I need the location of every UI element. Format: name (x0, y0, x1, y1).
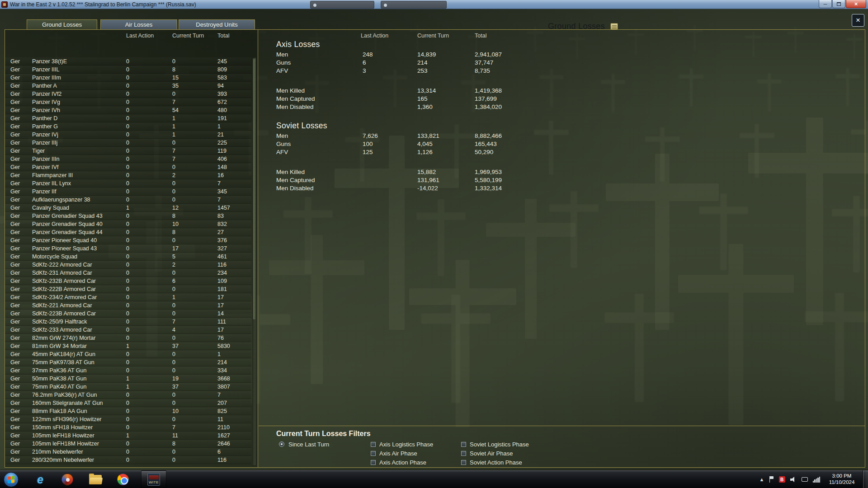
phase-checkbox-label: Soviet Air Phase (470, 450, 513, 457)
start-button[interactable] (4, 472, 19, 487)
cell: 7 (217, 180, 221, 187)
minimize-button[interactable]: ─ (819, 0, 832, 8)
cell: Ger (10, 229, 20, 235)
desktop: War in the East 2 v 1.02.52 *** Stalingr… (0, 0, 868, 488)
cell: 35 (172, 83, 179, 89)
cell: 280/320mm Nebelwerfer (32, 457, 94, 463)
display-settings-button[interactable] (802, 477, 808, 482)
cell: 0 (172, 457, 175, 463)
media-player-button[interactable] (59, 471, 75, 488)
cell: SdKfz-223B Armored Car (32, 310, 96, 317)
wite2-taskbar-button[interactable]: WITE (141, 470, 166, 488)
losses-row: Men Disabled-14,0221,332,314 (276, 184, 566, 192)
cell: 0 (126, 99, 129, 105)
phase-checkbox[interactable] (371, 460, 376, 465)
cell: Ger (10, 286, 20, 292)
cell: 116 (217, 457, 226, 463)
phase-checkbox[interactable] (371, 451, 376, 456)
cell: 7 (217, 392, 221, 398)
favicon-icon (384, 4, 387, 7)
table-row: Ger82mm GrW 274(r) Mortar0076 (5, 334, 251, 342)
table-row: GerSdKfz-250/9 Halftrack07111 (5, 318, 251, 326)
cell: 14,839 (417, 51, 436, 58)
cell: 672 (217, 99, 227, 105)
cell: Men Captured (276, 95, 315, 102)
panel-close-button[interactable]: × (852, 14, 864, 27)
cell: 1 (126, 205, 129, 211)
cell: 2110 (217, 424, 230, 431)
cell: 0 (126, 359, 129, 366)
cell: 0 (172, 270, 175, 276)
cell: Ger (10, 367, 20, 374)
cell: 0 (126, 367, 129, 374)
notes-icon[interactable] (610, 23, 618, 30)
table-row: Ger37mm PaK36 AT Gun00334 (5, 366, 251, 375)
cell: 0 (172, 335, 175, 341)
cell: 7 (172, 319, 175, 325)
cell: 8 (172, 229, 175, 235)
cell: 6 (172, 278, 175, 284)
cell: 0 (126, 188, 129, 195)
show-hidden-icons-button[interactable]: ▲ (760, 477, 764, 482)
column-header-current-turn: Current Turn (417, 33, 449, 39)
cell: Men Killed (276, 169, 305, 175)
cell: 11 (217, 416, 223, 422)
table-row: GerPanzer Grenadier Squad 40010832 (5, 220, 251, 228)
table-row: Ger150mm sFH18 Howitzer072110 (5, 423, 251, 432)
column-header-total: Total (475, 33, 486, 39)
wite2-icon: WITE (147, 473, 160, 486)
cell: 1 (126, 432, 129, 439)
tab-destroyed-units[interactable]: Destroyed Units (179, 19, 255, 29)
filters-title: Current Turn Losses Filters (276, 430, 371, 438)
table-row: Ger210mm Nebelwerfer006 (5, 448, 251, 456)
cell: 50,290 (475, 149, 493, 155)
since-last-turn-radio[interactable] (279, 441, 284, 447)
cell: Ger (10, 343, 20, 349)
cell: 0 (126, 278, 129, 284)
phase-checkbox[interactable] (461, 442, 466, 447)
cell: SdKfz-232B Armored Car (32, 278, 96, 284)
background-window-tab[interactable] (310, 1, 374, 9)
cell: 0 (126, 449, 129, 455)
cell: 0 (172, 140, 175, 146)
cell: Ger (10, 457, 20, 463)
cell: 2646 (217, 441, 230, 447)
maximize-icon (837, 2, 841, 6)
background-window-tab[interactable] (381, 1, 447, 9)
table-row: GerPanzer Grenadier Squad 440827 (5, 228, 251, 236)
show-desktop-button[interactable] (863, 470, 868, 488)
cell: 0 (172, 286, 175, 292)
volume-button[interactable] (790, 476, 797, 483)
scrollbar-thumb[interactable] (253, 59, 255, 319)
cell: 0 (126, 327, 129, 333)
phase-checkbox[interactable] (461, 451, 466, 456)
phase-checkbox[interactable] (371, 442, 376, 447)
phase-checkbox[interactable] (461, 460, 466, 465)
cell: 133,821 (417, 132, 439, 139)
cell: Panzer Pioneer Squad 43 (32, 245, 97, 252)
chrome-button[interactable] (115, 471, 131, 488)
taskbar-clock[interactable]: 3:00 PM 11/10/2024 (822, 473, 862, 485)
internet-explorer-icon: e (37, 473, 43, 486)
cell: 1 (217, 351, 221, 357)
cell: 13,314 (417, 87, 436, 94)
windows-explorer-button[interactable] (87, 471, 104, 488)
window-close-button[interactable]: × (846, 0, 866, 8)
cell: Ger (10, 75, 20, 81)
tab-ground-losses[interactable]: Ground Losses (27, 19, 97, 29)
action-center-button[interactable] (769, 476, 774, 483)
chevron-up-icon: ▲ (760, 477, 764, 482)
maximize-button[interactable] (832, 0, 845, 8)
tab-air-losses[interactable]: Air Losses (100, 19, 177, 29)
cell: 10 (172, 408, 179, 414)
phase-filter-item: Soviet Air Phase (461, 450, 513, 456)
cell: 109 (217, 278, 227, 284)
antivirus-tray-button[interactable]: B (779, 476, 785, 483)
cell: 832 (217, 221, 227, 227)
network-button[interactable] (813, 477, 821, 483)
cell: 3 (363, 67, 366, 74)
losses-row: Men Captured131,9615,580,199 (276, 176, 566, 184)
media-player-icon (61, 474, 73, 485)
cell: 3668 (217, 375, 230, 382)
internet-explorer-button[interactable]: e (32, 471, 48, 488)
